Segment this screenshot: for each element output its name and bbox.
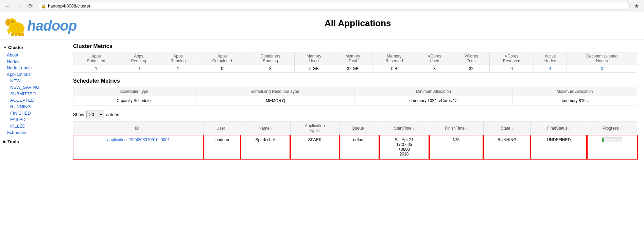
sidebar-sublink-accepted[interactable]: ACCEPTED (0, 97, 66, 103)
sidebar-sublink-new[interactable]: NEW (0, 78, 66, 84)
sidebar-sublink-failed[interactable]: FAILED (0, 116, 66, 123)
applications-table: ID ↕ User ↕ Name ↕ ApplicationType ↕ Que… (73, 121, 637, 159)
reload-button[interactable]: ⟳ (27, 2, 34, 10)
sidebar-link-nodes[interactable]: Nodes (0, 58, 66, 65)
scheduler-metrics-row: Capacity Scheduler [MEMORY] <memory:1024… (73, 96, 637, 105)
page-body: ▼ Cluster About Nodes Node Labels Applic… (0, 40, 644, 248)
sidebar-link-node-labels[interactable]: Node Labels (0, 65, 66, 71)
col-state[interactable]: State ↕ (483, 121, 530, 135)
cell-state: RUNNING (483, 135, 530, 159)
col-apps-running: AppsRunning (158, 52, 198, 65)
col-apps-submitted: AppsSubmitted (73, 52, 119, 65)
address-bar[interactable]: 🔒 hadoop4:8088/cluster (37, 2, 630, 10)
cluster-arrow-icon: ▼ (3, 46, 7, 49)
tools-section-title[interactable]: ▶ Tools (0, 137, 66, 146)
col-maximum-allocation: Maximum Allocation (512, 87, 637, 96)
tools-arrow-icon: ▶ (3, 140, 6, 144)
col-app-type[interactable]: ApplicationType ↕ (290, 121, 340, 135)
sidebar-sublink-new-saving[interactable]: NEW_SAVING (0, 84, 66, 90)
hadoop-logo-text: hadoop (27, 18, 77, 34)
sidebar-sublink-submitted[interactable]: SUBMITTED (0, 90, 66, 97)
val-active-nodes[interactable]: 4 (534, 65, 567, 73)
col-queue[interactable]: Queue ↕ (340, 121, 379, 135)
col-id[interactable]: ID ↕ (73, 121, 204, 135)
col-memory-reserved: MemoryReserved (372, 52, 416, 65)
val-decommissioned-nodes[interactable]: 0 (567, 65, 637, 73)
val-maximum-allocation: <memory:819... (512, 96, 637, 105)
state-sort-icon: ↕ (511, 127, 513, 130)
header-area: hadoop All Applications (0, 12, 644, 40)
col-final-status[interactable]: FinalStatus ↕ (530, 121, 587, 135)
back-button[interactable]: ← (3, 2, 12, 10)
page-title-area: All Applications (77, 18, 639, 34)
cell-id[interactable]: application_1524303370510_0001 (73, 135, 204, 159)
app-row-0: application_1524303370510_0001 hadoop Sp… (73, 135, 637, 159)
val-apps-submitted: 1 (73, 65, 119, 73)
url-text: hadoop4:8088/cluster (48, 3, 626, 9)
val-memory-reserved: 0 B (372, 65, 416, 73)
main-content: Cluster Metrics AppsSubmitted AppsPendin… (66, 40, 644, 248)
id-sort-icon: ↕ (140, 127, 142, 130)
user-sort-icon: ↕ (226, 127, 228, 130)
cluster-label: Cluster (8, 45, 23, 50)
starttime-sort-icon: ↕ (413, 127, 414, 130)
name-sort-icon: ↕ (271, 127, 272, 130)
col-scheduling-resource-type: Scheduling Resource Type (195, 87, 354, 96)
col-vcores-used: VCoresUsed (416, 52, 453, 65)
val-memory-total: 32 GB (333, 65, 372, 73)
elephant-icon (5, 16, 29, 36)
col-progress[interactable]: Progress ↕ (587, 121, 637, 135)
cell-final-status: UNDEFINED (530, 135, 587, 159)
val-scheduling-resource-type: [MEMORY] (195, 96, 354, 105)
val-memory-used: 5 GB (295, 65, 333, 73)
cell-queue: default (340, 135, 379, 159)
cluster-section: ▼ Cluster About Nodes Node Labels Applic… (0, 43, 66, 136)
val-apps-pending: 0 (119, 65, 158, 73)
sidebar-sublink-killed[interactable]: KILLED (0, 123, 66, 129)
cluster-section-title[interactable]: ▼ Cluster (0, 43, 66, 52)
col-decommissioned-nodes: DecommissionedNodes (567, 52, 637, 65)
forward-button[interactable]: → (15, 2, 24, 10)
page-title: All Applications (77, 18, 639, 29)
val-apps-completed: 0 (198, 65, 246, 73)
entries-label: entries (106, 112, 119, 117)
progress-bar-fill (602, 138, 604, 142)
val-containers-running: 3 (246, 65, 295, 73)
col-memory-used: MemoryUsed (295, 52, 333, 65)
col-finish-time[interactable]: FinishTime ↕ (429, 121, 484, 135)
col-scheduler-type: Scheduler Type (73, 87, 195, 96)
col-apps-pending: AppsPending (119, 52, 158, 65)
col-active-nodes: ActiveNodes (534, 52, 567, 65)
cluster-metrics-title: Cluster Metrics (73, 43, 637, 49)
progress-bar (602, 137, 622, 142)
cell-progress (587, 135, 637, 159)
bookmark-button[interactable]: ★ (632, 2, 641, 10)
col-apps-completed: AppsCompleted (198, 52, 246, 65)
sidebar-sublink-running[interactable]: RUNNING (0, 103, 66, 110)
col-user[interactable]: User ↕ (204, 121, 241, 135)
col-start-time[interactable]: StartTime ↕ (379, 121, 429, 135)
sidebar-sublink-finished[interactable]: FINISHED (0, 110, 66, 116)
col-memory-total: MemoryTotal (333, 52, 372, 65)
scheduler-metrics-title: Scheduler Metrics (73, 78, 637, 84)
cell-name: Spark shell (241, 135, 290, 159)
cell-user: hadoop (204, 135, 241, 159)
apps-table-header-row: ID ↕ User ↕ Name ↕ ApplicationType ↕ Que… (73, 121, 637, 135)
svg-rect-4 (11, 33, 14, 36)
tools-section: ▶ Tools (0, 137, 66, 146)
hadoop-logo: hadoop (5, 16, 77, 36)
scheduler-metrics-table: Scheduler Type Scheduling Resource Type … (73, 87, 637, 105)
sidebar-link-about[interactable]: About (0, 52, 66, 58)
sidebar-link-scheduler[interactable]: Scheduler (0, 129, 66, 136)
col-vcores-total: VCoresTotal (453, 52, 490, 65)
sidebar-link-applications[interactable]: Applications (0, 71, 66, 78)
show-label: Show (73, 112, 84, 117)
lock-icon: 🔒 (41, 3, 46, 9)
entries-select[interactable]: 10 20 50 100 (86, 111, 104, 118)
val-vcores-used: 3 (416, 65, 453, 73)
col-name[interactable]: Name ↕ (241, 121, 290, 135)
apptype-sort-icon: ↕ (319, 129, 321, 133)
val-vcores-total: 32 (453, 65, 490, 73)
col-vcores-reserved: VCoresReserved (490, 52, 534, 65)
col-minimum-allocation: Minimum Allocation (354, 87, 512, 96)
